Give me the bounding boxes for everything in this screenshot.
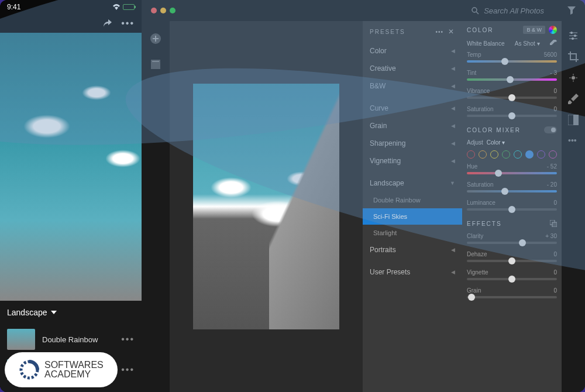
mixer-title: COLOR MIXER xyxy=(467,127,521,133)
preset-group-curve[interactable]: Curve◀ xyxy=(363,99,462,117)
svg-point-9 xyxy=(572,37,574,40)
color-swatch[interactable] xyxy=(490,150,498,159)
presets-panel: PRESETS ••• ✕ Color◀ Creative◀ B&W◀ Curv… xyxy=(363,21,462,392)
slider-temp[interactable]: Temp5600 xyxy=(467,51,557,63)
color-swatch[interactable] xyxy=(514,150,522,159)
preset-group-color[interactable]: Color◀ xyxy=(363,42,462,60)
slider-luminance[interactable]: Luminance0 xyxy=(467,200,557,211)
preset-starlight[interactable]: Starlight xyxy=(363,225,462,241)
slider-hue[interactable]: Hue- 52 xyxy=(467,163,557,174)
redo-icon[interactable] xyxy=(101,19,112,27)
mobile-toolbar: ••• xyxy=(0,14,142,33)
color-swatch[interactable] xyxy=(525,150,534,159)
canvas-area xyxy=(170,21,363,392)
slider-vibrance[interactable]: Vibrance0 xyxy=(467,88,557,99)
crop-icon[interactable] xyxy=(568,51,579,62)
battery-icon xyxy=(123,4,135,10)
minimize-icon[interactable] xyxy=(160,8,166,13)
chevron-down-icon xyxy=(51,311,57,314)
eyedropper-icon[interactable] xyxy=(550,40,557,47)
more-icon[interactable]: ••• xyxy=(121,18,135,29)
brush-icon[interactable] xyxy=(568,94,579,104)
more-icon[interactable]: ••• xyxy=(121,365,135,375)
svg-point-7 xyxy=(570,32,573,34)
watermark-badge: SOFTWARES ACADEMY xyxy=(5,352,118,387)
adjust-dropdown[interactable]: Color ▾ xyxy=(487,139,505,146)
desktop-titlebar: Search All Photos xyxy=(142,0,585,21)
preset-scifi-skies[interactable]: Sci-Fi Skies xyxy=(363,208,462,225)
preset-double-rainbow[interactable]: Double Rainbow xyxy=(363,192,462,208)
adjustments-panel: COLOR B & W White Balance As Shot ▾ Temp… xyxy=(462,21,562,392)
color-section: COLOR B & W White Balance As Shot ▾ Temp… xyxy=(467,26,557,117)
wb-dropdown[interactable]: As Shot ▾ xyxy=(515,40,540,47)
preset-group-vignetting[interactable]: Vignetting◀ xyxy=(363,152,462,170)
wb-label: White Balance xyxy=(467,40,504,47)
presets-header: PRESETS ••• ✕ xyxy=(363,21,462,42)
svg-rect-4 xyxy=(152,61,159,62)
filter-icon[interactable] xyxy=(567,6,576,15)
preset-group-landscape[interactable]: Landscape▼ xyxy=(363,174,462,192)
preset-thumbnail xyxy=(7,329,35,350)
slider-clarity[interactable]: Clarity+ 30 xyxy=(467,233,557,244)
category-dropdown[interactable]: Landscape xyxy=(7,308,135,317)
window-controls[interactable] xyxy=(151,8,176,13)
right-tool-strip: ••• xyxy=(562,21,585,392)
main-image[interactable] xyxy=(193,84,339,329)
preset-group-user[interactable]: User Presets◀ xyxy=(363,263,462,281)
more-icon[interactable]: ••• xyxy=(435,29,443,35)
close-icon[interactable]: ✕ xyxy=(448,27,455,36)
color-swatch[interactable] xyxy=(502,150,510,159)
search-icon xyxy=(471,6,479,15)
svg-rect-6 xyxy=(552,222,557,227)
gradient-icon[interactable] xyxy=(568,115,579,125)
bw-toggle[interactable]: B & W xyxy=(523,26,545,34)
preset-group-sharpening[interactable]: Sharpening◀ xyxy=(363,135,462,152)
mobile-preview-image xyxy=(0,33,142,301)
color-swatch[interactable] xyxy=(479,150,487,159)
adjust-label: Adjust xyxy=(467,139,483,146)
mixer-toggle[interactable] xyxy=(544,126,557,133)
slider-dehaze[interactable]: Dehaze0 xyxy=(467,251,557,262)
maximize-icon[interactable] xyxy=(170,8,176,13)
svg-point-0 xyxy=(472,8,477,12)
grid-icon[interactable] xyxy=(147,56,164,73)
gear-icon xyxy=(19,359,40,380)
preset-group-bw[interactable]: B&W◀ xyxy=(363,77,462,95)
mobile-preset-item[interactable]: Double Rainbow ••• xyxy=(7,324,135,355)
color-section-title: COLOR xyxy=(467,27,494,33)
close-icon[interactable] xyxy=(151,8,157,13)
preset-group-portraits[interactable]: Portraits◀ xyxy=(363,241,462,259)
status-time: 9:41 xyxy=(7,3,20,11)
color-mixer-section: COLOR MIXER Adjust Color ▾ Hue- 52Satura… xyxy=(467,126,557,211)
slider-tint[interactable]: Tint- 3 xyxy=(467,70,557,81)
adjust-icon[interactable] xyxy=(568,30,579,41)
color-swatch[interactable] xyxy=(467,150,475,159)
slider-grain[interactable]: Grain0 xyxy=(467,287,557,298)
svg-line-1 xyxy=(476,12,479,14)
svg-point-10 xyxy=(572,76,575,80)
color-swatch[interactable] xyxy=(537,150,545,159)
slider-saturation[interactable]: Saturation0 xyxy=(467,106,557,117)
color-swatch[interactable] xyxy=(549,150,557,159)
left-tool-column xyxy=(142,21,170,392)
heal-icon[interactable] xyxy=(568,73,579,83)
preset-group-grain[interactable]: Grain◀ xyxy=(363,117,462,135)
preset-label: Double Rainbow xyxy=(42,335,114,344)
panel-menu-icon[interactable] xyxy=(550,220,557,227)
wifi-icon xyxy=(112,4,121,10)
color-mixer-swatches xyxy=(467,150,557,159)
mobile-status-bar: 9:41 xyxy=(0,0,142,14)
more-icon[interactable]: ••• xyxy=(568,136,579,146)
mobile-preview-panel: 9:41 ••• Landscape Double Rainbow ••• xyxy=(0,0,142,392)
svg-rect-12 xyxy=(573,115,579,125)
search-input[interactable]: Search All Photos xyxy=(471,6,544,15)
effects-section: EFFECTS Clarity+ 30Dehaze0Vignette0Grain… xyxy=(467,220,557,298)
add-button[interactable] xyxy=(147,30,164,47)
preset-group-creative[interactable]: Creative◀ xyxy=(363,60,462,77)
slider-vignette[interactable]: Vignette0 xyxy=(467,269,557,280)
color-wheel-icon[interactable] xyxy=(549,26,557,34)
slider-saturation[interactable]: Saturation- 20 xyxy=(467,181,557,192)
desktop-app: Search All Photos PRESETS xyxy=(142,0,585,392)
effects-title: EFFECTS xyxy=(467,221,502,227)
more-icon[interactable]: ••• xyxy=(121,334,135,345)
